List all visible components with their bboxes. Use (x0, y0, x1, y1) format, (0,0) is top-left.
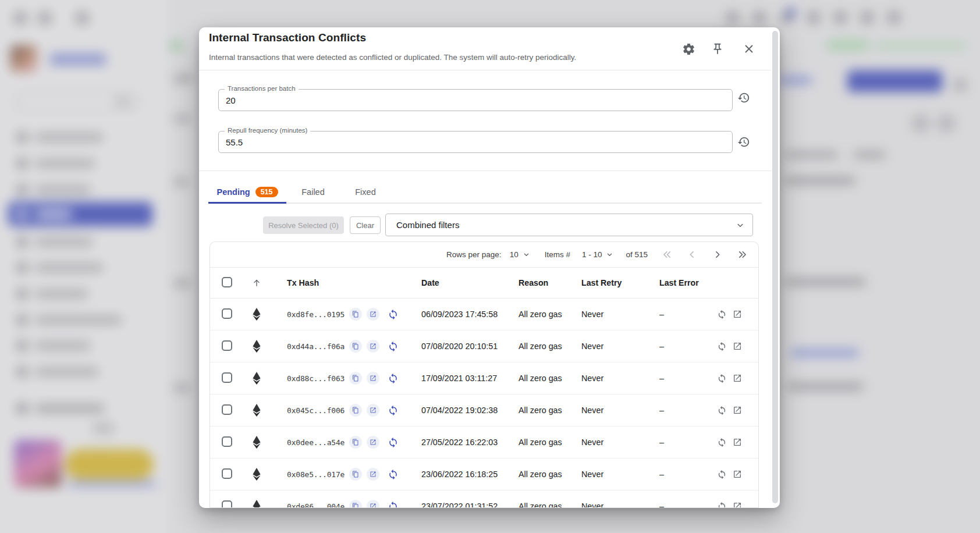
row-checkbox[interactable] (222, 340, 232, 351)
tab-failed[interactable]: Failed (286, 182, 340, 202)
retry-transaction-button[interactable] (388, 501, 399, 509)
last-page-icon (737, 249, 748, 260)
row-open-button[interactable] (733, 406, 742, 415)
rows-per-page-select[interactable]: 10 (510, 250, 531, 259)
row-refresh-button[interactable] (717, 310, 727, 319)
open-hash-button[interactable] (367, 404, 379, 417)
row-checkbox[interactable] (222, 372, 232, 383)
row-refresh-button[interactable] (717, 470, 727, 479)
open-hash-button[interactable] (367, 308, 379, 321)
first-page-button[interactable] (662, 249, 673, 260)
copy-hash-button[interactable] (349, 500, 362, 508)
open-hash-button[interactable] (367, 436, 379, 449)
row-checkbox[interactable] (222, 308, 232, 319)
table-row: 0xd8fe...0195 06/09/2023 17:45:58 All ze… (210, 299, 758, 331)
pin-button[interactable] (708, 39, 727, 59)
pin-icon (711, 42, 724, 55)
retry-transaction-button[interactable] (388, 469, 399, 480)
resolve-selected-button[interactable]: Resolve Selected (0) (263, 216, 344, 234)
ethereum-icon (253, 308, 261, 321)
ethereum-icon (253, 372, 261, 385)
open-hash-button[interactable] (367, 500, 379, 508)
row-open-button[interactable] (733, 438, 742, 447)
row-refresh-button[interactable] (717, 438, 727, 447)
repull-frequency-input[interactable] (219, 132, 732, 152)
sort-arrow-up-icon[interactable] (251, 278, 262, 288)
sync-icon (388, 341, 399, 352)
row-checkbox[interactable] (222, 404, 232, 415)
row-open-button[interactable] (733, 502, 742, 508)
select-all-checkbox[interactable] (222, 277, 232, 287)
copy-hash-button[interactable] (349, 372, 362, 385)
col-date[interactable]: Date (408, 278, 505, 287)
ethereum-icon (253, 468, 261, 481)
retry-transaction-button[interactable] (388, 373, 399, 384)
items-range-select[interactable]: 1 - 10 (582, 250, 615, 259)
last-page-button[interactable] (737, 249, 748, 260)
next-page-icon (712, 249, 723, 260)
row-open-button[interactable] (733, 374, 742, 383)
sync-icon (717, 438, 727, 447)
modal-title: Internal Transaction Conflicts (209, 31, 366, 44)
retry-transaction-button[interactable] (388, 341, 399, 352)
row-refresh-button[interactable] (717, 374, 727, 383)
table-header-row: Tx Hash Date Reason Last Retry Last Erro… (210, 267, 758, 299)
copy-hash-button[interactable] (349, 340, 362, 353)
date-cell: 27/05/2022 16:22:03 (408, 438, 505, 447)
row-checkbox[interactable] (222, 500, 232, 509)
transactions-per-batch-input[interactable] (219, 90, 732, 111)
copy-icon (352, 343, 359, 350)
batch-history-button[interactable] (734, 88, 754, 108)
modal-scrollbar[interactable] (772, 31, 778, 503)
last-retry-cell: Never (568, 310, 646, 319)
col-last-retry[interactable]: Last Retry (568, 278, 646, 287)
reason-cell: All zero gas (505, 470, 568, 479)
internal-transaction-conflicts-modal: Internal Transaction Conflicts Internal … (199, 27, 780, 508)
tab-fixed[interactable]: Fixed (340, 182, 391, 202)
external-link-icon (370, 375, 377, 382)
open-hash-button[interactable] (367, 468, 379, 481)
retry-transaction-button[interactable] (388, 309, 399, 320)
open-hash-button[interactable] (367, 372, 379, 385)
pending-count-badge: 515 (255, 187, 278, 197)
open-hash-button[interactable] (367, 340, 379, 353)
row-open-button[interactable] (733, 342, 742, 351)
sync-icon (717, 502, 727, 509)
last-retry-cell: Never (568, 470, 646, 479)
table-row: 0xd44a...f06a 07/08/2020 20:10:51 All ze… (210, 331, 758, 363)
settings-button[interactable] (679, 39, 698, 59)
table-row: 0x0dee...a54e 27/05/2022 16:22:03 All ze… (210, 427, 758, 459)
copy-hash-button[interactable] (349, 308, 362, 321)
copy-hash-button[interactable] (349, 404, 362, 417)
row-open-button[interactable] (733, 470, 742, 479)
retry-transaction-button[interactable] (388, 437, 399, 448)
tx-hash-text: 0x08e5...017e (287, 470, 345, 479)
last-error-cell: – (646, 406, 700, 415)
copy-hash-button[interactable] (349, 468, 362, 481)
row-refresh-button[interactable] (717, 406, 727, 415)
prev-page-button[interactable] (687, 249, 698, 260)
row-refresh-button[interactable] (717, 342, 727, 351)
date-cell: 07/04/2022 19:02:38 (408, 406, 505, 415)
next-page-button[interactable] (712, 249, 723, 260)
col-tx-hash[interactable]: Tx Hash (271, 278, 408, 287)
col-reason[interactable]: Reason (505, 278, 568, 287)
tx-hash-text: 0xd88c...f063 (287, 374, 345, 383)
row-checkbox[interactable] (222, 468, 232, 479)
repull-history-button[interactable] (734, 132, 754, 152)
transactions-per-batch-field: Transactions per batch (218, 89, 733, 111)
combined-filters-select[interactable]: Combined filters (385, 214, 753, 236)
external-link-icon (733, 470, 742, 479)
row-checkbox[interactable] (222, 436, 232, 447)
tab-pending[interactable]: Pending 515 (208, 182, 286, 202)
retry-transaction-button[interactable] (388, 405, 399, 416)
external-link-icon (733, 438, 742, 447)
close-button[interactable] (739, 39, 759, 59)
col-last-error[interactable]: Last Error (646, 278, 700, 287)
copy-icon (352, 503, 359, 508)
row-refresh-button[interactable] (717, 502, 727, 509)
copy-hash-button[interactable] (349, 436, 362, 449)
clear-button[interactable]: Clear (350, 216, 381, 234)
row-open-button[interactable] (733, 310, 742, 319)
chevron-down-icon (522, 250, 531, 259)
